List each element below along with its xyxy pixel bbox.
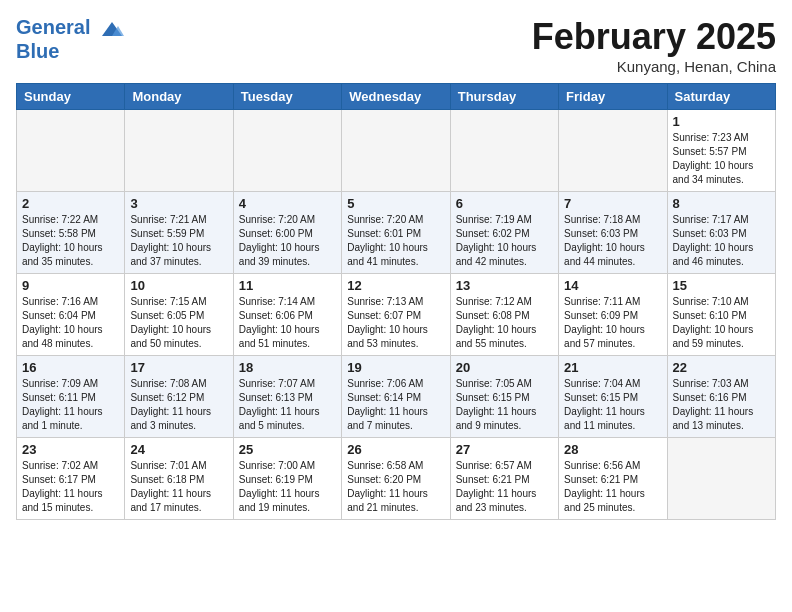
day-info: Sunrise: 7:20 AM Sunset: 6:00 PM Dayligh… xyxy=(239,213,336,269)
day-number: 20 xyxy=(456,360,553,375)
day-info: Sunrise: 7:03 AM Sunset: 6:16 PM Dayligh… xyxy=(673,377,770,433)
day-number: 12 xyxy=(347,278,444,293)
day-info: Sunrise: 6:57 AM Sunset: 6:21 PM Dayligh… xyxy=(456,459,553,515)
day-number: 18 xyxy=(239,360,336,375)
day-number: 19 xyxy=(347,360,444,375)
day-number: 21 xyxy=(564,360,661,375)
title-block: February 2025 Kunyang, Henan, China xyxy=(532,16,776,75)
calendar-cell xyxy=(342,110,450,192)
day-info: Sunrise: 7:00 AM Sunset: 6:19 PM Dayligh… xyxy=(239,459,336,515)
calendar-cell: 23Sunrise: 7:02 AM Sunset: 6:17 PM Dayli… xyxy=(17,438,125,520)
calendar-cell: 27Sunrise: 6:57 AM Sunset: 6:21 PM Dayli… xyxy=(450,438,558,520)
day-number: 24 xyxy=(130,442,227,457)
day-number: 28 xyxy=(564,442,661,457)
day-number: 10 xyxy=(130,278,227,293)
weekday-header-monday: Monday xyxy=(125,84,233,110)
calendar-cell xyxy=(17,110,125,192)
day-number: 5 xyxy=(347,196,444,211)
day-info: Sunrise: 7:18 AM Sunset: 6:03 PM Dayligh… xyxy=(564,213,661,269)
calendar-week-row: 1Sunrise: 7:23 AM Sunset: 5:57 PM Daylig… xyxy=(17,110,776,192)
calendar-cell: 28Sunrise: 6:56 AM Sunset: 6:21 PM Dayli… xyxy=(559,438,667,520)
day-number: 22 xyxy=(673,360,770,375)
calendar-cell: 13Sunrise: 7:12 AM Sunset: 6:08 PM Dayli… xyxy=(450,274,558,356)
day-info: Sunrise: 7:20 AM Sunset: 6:01 PM Dayligh… xyxy=(347,213,444,269)
day-info: Sunrise: 7:14 AM Sunset: 6:06 PM Dayligh… xyxy=(239,295,336,351)
day-info: Sunrise: 7:02 AM Sunset: 6:17 PM Dayligh… xyxy=(22,459,119,515)
calendar-cell: 24Sunrise: 7:01 AM Sunset: 6:18 PM Dayli… xyxy=(125,438,233,520)
calendar-cell: 14Sunrise: 7:11 AM Sunset: 6:09 PM Dayli… xyxy=(559,274,667,356)
calendar-cell: 8Sunrise: 7:17 AM Sunset: 6:03 PM Daylig… xyxy=(667,192,775,274)
day-info: Sunrise: 7:16 AM Sunset: 6:04 PM Dayligh… xyxy=(22,295,119,351)
logo-icon xyxy=(98,18,126,40)
location: Kunyang, Henan, China xyxy=(532,58,776,75)
calendar-cell: 6Sunrise: 7:19 AM Sunset: 6:02 PM Daylig… xyxy=(450,192,558,274)
calendar-week-row: 23Sunrise: 7:02 AM Sunset: 6:17 PM Dayli… xyxy=(17,438,776,520)
month-title: February 2025 xyxy=(532,16,776,58)
calendar-cell: 15Sunrise: 7:10 AM Sunset: 6:10 PM Dayli… xyxy=(667,274,775,356)
calendar-cell: 26Sunrise: 6:58 AM Sunset: 6:20 PM Dayli… xyxy=(342,438,450,520)
calendar-cell xyxy=(667,438,775,520)
calendar-cell: 25Sunrise: 7:00 AM Sunset: 6:19 PM Dayli… xyxy=(233,438,341,520)
day-info: Sunrise: 7:12 AM Sunset: 6:08 PM Dayligh… xyxy=(456,295,553,351)
day-info: Sunrise: 7:23 AM Sunset: 5:57 PM Dayligh… xyxy=(673,131,770,187)
day-info: Sunrise: 7:01 AM Sunset: 6:18 PM Dayligh… xyxy=(130,459,227,515)
day-number: 14 xyxy=(564,278,661,293)
weekday-header-tuesday: Tuesday xyxy=(233,84,341,110)
day-info: Sunrise: 7:10 AM Sunset: 6:10 PM Dayligh… xyxy=(673,295,770,351)
calendar-cell: 4Sunrise: 7:20 AM Sunset: 6:00 PM Daylig… xyxy=(233,192,341,274)
calendar-cell: 11Sunrise: 7:14 AM Sunset: 6:06 PM Dayli… xyxy=(233,274,341,356)
calendar-cell: 22Sunrise: 7:03 AM Sunset: 6:16 PM Dayli… xyxy=(667,356,775,438)
calendar-cell: 9Sunrise: 7:16 AM Sunset: 6:04 PM Daylig… xyxy=(17,274,125,356)
weekday-header-sunday: Sunday xyxy=(17,84,125,110)
calendar-cell: 21Sunrise: 7:04 AM Sunset: 6:15 PM Dayli… xyxy=(559,356,667,438)
day-number: 1 xyxy=(673,114,770,129)
day-number: 6 xyxy=(456,196,553,211)
calendar-week-row: 2Sunrise: 7:22 AM Sunset: 5:58 PM Daylig… xyxy=(17,192,776,274)
day-number: 7 xyxy=(564,196,661,211)
weekday-header-thursday: Thursday xyxy=(450,84,558,110)
calendar-cell xyxy=(125,110,233,192)
day-info: Sunrise: 7:13 AM Sunset: 6:07 PM Dayligh… xyxy=(347,295,444,351)
day-number: 11 xyxy=(239,278,336,293)
weekday-header-friday: Friday xyxy=(559,84,667,110)
calendar-cell xyxy=(233,110,341,192)
calendar-cell: 1Sunrise: 7:23 AM Sunset: 5:57 PM Daylig… xyxy=(667,110,775,192)
day-number: 15 xyxy=(673,278,770,293)
day-info: Sunrise: 6:58 AM Sunset: 6:20 PM Dayligh… xyxy=(347,459,444,515)
calendar-cell: 2Sunrise: 7:22 AM Sunset: 5:58 PM Daylig… xyxy=(17,192,125,274)
calendar-cell: 12Sunrise: 7:13 AM Sunset: 6:07 PM Dayli… xyxy=(342,274,450,356)
day-number: 13 xyxy=(456,278,553,293)
day-info: Sunrise: 7:11 AM Sunset: 6:09 PM Dayligh… xyxy=(564,295,661,351)
day-number: 25 xyxy=(239,442,336,457)
calendar-cell: 19Sunrise: 7:06 AM Sunset: 6:14 PM Dayli… xyxy=(342,356,450,438)
day-number: 16 xyxy=(22,360,119,375)
day-number: 26 xyxy=(347,442,444,457)
calendar-cell: 3Sunrise: 7:21 AM Sunset: 5:59 PM Daylig… xyxy=(125,192,233,274)
logo: General Blue xyxy=(16,16,126,63)
day-info: Sunrise: 7:19 AM Sunset: 6:02 PM Dayligh… xyxy=(456,213,553,269)
day-info: Sunrise: 7:22 AM Sunset: 5:58 PM Dayligh… xyxy=(22,213,119,269)
logo-blue-text: Blue xyxy=(16,40,126,63)
weekday-header-row: SundayMondayTuesdayWednesdayThursdayFrid… xyxy=(17,84,776,110)
logo-text: General xyxy=(16,16,126,40)
weekday-header-saturday: Saturday xyxy=(667,84,775,110)
day-number: 27 xyxy=(456,442,553,457)
day-info: Sunrise: 7:09 AM Sunset: 6:11 PM Dayligh… xyxy=(22,377,119,433)
day-info: Sunrise: 7:05 AM Sunset: 6:15 PM Dayligh… xyxy=(456,377,553,433)
day-info: Sunrise: 7:15 AM Sunset: 6:05 PM Dayligh… xyxy=(130,295,227,351)
day-info: Sunrise: 7:04 AM Sunset: 6:15 PM Dayligh… xyxy=(564,377,661,433)
day-info: Sunrise: 7:06 AM Sunset: 6:14 PM Dayligh… xyxy=(347,377,444,433)
calendar-cell: 17Sunrise: 7:08 AM Sunset: 6:12 PM Dayli… xyxy=(125,356,233,438)
day-number: 3 xyxy=(130,196,227,211)
day-number: 9 xyxy=(22,278,119,293)
calendar-week-row: 16Sunrise: 7:09 AM Sunset: 6:11 PM Dayli… xyxy=(17,356,776,438)
weekday-header-wednesday: Wednesday xyxy=(342,84,450,110)
calendar-cell: 20Sunrise: 7:05 AM Sunset: 6:15 PM Dayli… xyxy=(450,356,558,438)
calendar-cell: 18Sunrise: 7:07 AM Sunset: 6:13 PM Dayli… xyxy=(233,356,341,438)
day-info: Sunrise: 7:08 AM Sunset: 6:12 PM Dayligh… xyxy=(130,377,227,433)
day-info: Sunrise: 6:56 AM Sunset: 6:21 PM Dayligh… xyxy=(564,459,661,515)
calendar-cell: 7Sunrise: 7:18 AM Sunset: 6:03 PM Daylig… xyxy=(559,192,667,274)
day-number: 17 xyxy=(130,360,227,375)
calendar-cell xyxy=(450,110,558,192)
calendar-cell: 5Sunrise: 7:20 AM Sunset: 6:01 PM Daylig… xyxy=(342,192,450,274)
